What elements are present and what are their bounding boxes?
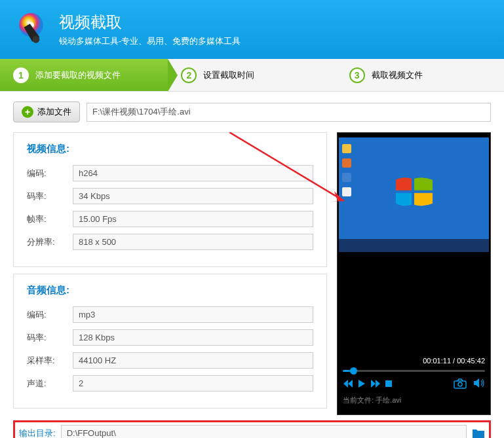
step-label: 添加要截取的视频文件 [35,69,121,81]
step-num: 3 [349,67,365,83]
add-file-button[interactable]: + 添加文件 [13,101,80,122]
info-row: 帧率:15.00 Fps [27,211,313,227]
app-title: 视频截取 [59,12,241,33]
volume-icon[interactable] [473,378,485,388]
step-num: 2 [181,67,197,83]
info-row: 码率:34 Kbps [27,188,313,204]
plus-icon: + [22,106,33,118]
app-header: 视频截取 锐动多媒体工具-专业、易用、免费的多媒体工具 [0,0,504,59]
folder-icon[interactable] [472,428,485,439]
info-label: 编码: [27,309,73,321]
video-preview[interactable] [339,137,489,252]
video-info-title: 视频信息: [27,143,313,155]
rewind-icon[interactable] [343,379,353,388]
step-num: 1 [13,67,29,83]
info-row: 编码:mp3 [27,306,313,323]
info-value: 818 x 500 [73,234,313,250]
info-row: 采样率:44100 HZ [27,352,313,369]
info-label: 采样率: [27,355,73,367]
file-path-input[interactable] [87,103,491,122]
audio-info-section: 音频信息: 编码:mp3 码率:128 Kbps 采样率:44100 HZ 声道… [13,274,327,409]
video-progress-slider[interactable] [338,367,490,374]
step-2[interactable]: 2 设置截取时间 [168,59,336,91]
step-nav: 1 添加要截取的视频文件 2 设置截取时间 3 截取视频文件 [0,59,504,92]
camera-icon[interactable] [454,378,467,389]
app-subtitle: 锐动多媒体工具-专业、易用、免费的多媒体工具 [59,35,241,47]
video-info-section: 视频信息: 编码:h264 码率:34 Kbps 帧率:15.00 Fps 分辨… [13,132,327,267]
video-time: 00:01:11 / 00:45:42 [338,354,490,367]
info-value: mp3 [73,306,313,323]
info-row: 声道:2 [27,375,313,392]
windows-logo-icon [395,174,434,208]
video-player: 00:01:11 / 00:45:42 当前文件: 手绘.avi [337,132,491,415]
info-row: 编码:h264 [27,165,313,181]
info-label: 帧率: [27,213,73,225]
svg-rect-3 [385,380,392,387]
forward-icon[interactable] [370,379,381,388]
app-logo-icon [13,12,49,48]
svg-point-5 [458,382,462,386]
audio-info-title: 音频信息: [27,284,313,297]
info-label: 声道: [27,378,73,390]
step-1[interactable]: 1 添加要截取的视频文件 [0,59,168,91]
toolbar: + 添加文件 [13,101,491,122]
info-value: 2 [73,375,313,392]
info-panel: 视频信息: 编码:h264 码率:34 Kbps 帧率:15.00 Fps 分辨… [13,132,327,415]
info-value: 34 Kbps [73,188,313,204]
info-value: 128 Kbps [73,329,313,346]
info-row: 分辨率:818 x 500 [27,234,313,250]
info-label: 码率: [27,332,73,344]
output-dir-row: 输出目录: [13,420,491,438]
step-label: 设置截取时间 [203,69,254,81]
output-dir-input[interactable] [61,425,467,438]
info-value: h264 [73,165,313,181]
info-value: 44100 HZ [73,352,313,369]
step-label: 截取视频文件 [372,69,423,81]
svg-point-2 [32,35,39,43]
info-value: 15.00 Fps [73,211,313,227]
info-label: 码率: [27,191,73,202]
step-3[interactable]: 3 截取视频文件 [336,59,504,91]
info-label: 编码: [27,168,73,179]
add-file-label: 添加文件 [37,106,71,118]
stop-icon[interactable] [385,379,393,388]
info-label: 分辨率: [27,236,73,248]
info-row: 码率:128 Kbps [27,329,313,346]
play-icon[interactable] [357,379,366,388]
output-dir-label: 输出目录: [19,428,56,439]
current-file-label: 当前文件: 手绘.avi [338,393,490,408]
